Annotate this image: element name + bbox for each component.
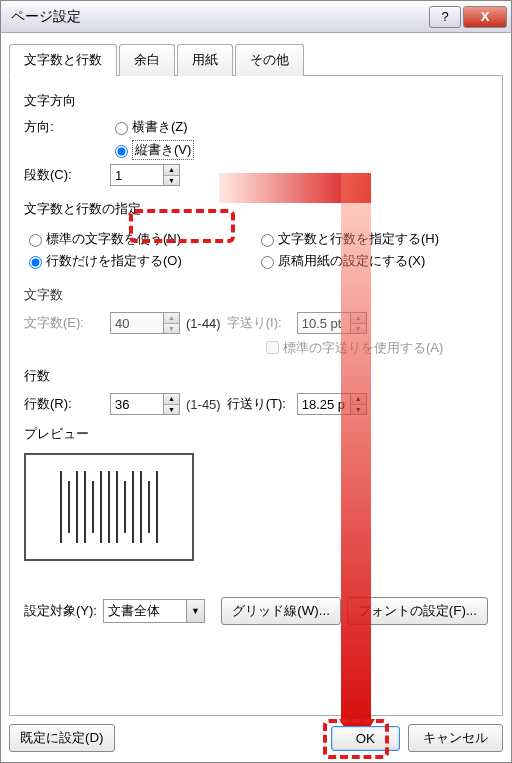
close-button[interactable]: X [463,6,507,28]
input-line-pitch[interactable] [298,394,350,414]
spin-up-icon[interactable]: ▲ [164,165,179,176]
spinner-line-pitch[interactable]: ▲▼ [297,393,367,415]
spinner-line-count[interactable]: ▲▼ [110,393,180,415]
cancel-button[interactable]: キャンセル [408,724,503,752]
radio-horizontal[interactable] [115,122,128,135]
help-button[interactable]: ? [429,6,461,28]
spin-up-icon[interactable]: ▲ [351,394,366,405]
window-title: ページ設定 [11,8,427,26]
spin-down-icon[interactable]: ▼ [164,176,179,186]
tab-paper[interactable]: 用紙 [177,44,233,76]
check-std-pitch-label: 標準の字送りを使用する(A) [283,339,443,357]
spin-down-icon[interactable]: ▼ [351,405,366,415]
label-apply-to: 設定対象(Y): [24,602,97,620]
tab-margins[interactable]: 余白 [119,44,175,76]
radio-genkou-label: 原稿用紙の設定にする(X) [278,252,425,270]
check-std-pitch [266,341,279,354]
section-lines: 行数 [24,367,488,385]
input-char-pitch [298,313,350,333]
spinner-char-pitch: ▲▼ [297,312,367,334]
spinner-columns[interactable]: ▲▼ [110,164,180,186]
section-chars: 文字数 [24,286,488,304]
grid-lines-button[interactable]: グリッド線(W)... [221,597,341,625]
radio-vertical-label: 縦書き(V) [132,140,194,160]
font-settings-button[interactable]: フォントの設定(F)... [347,597,488,625]
set-default-button[interactable]: 既定に設定(D) [9,724,115,752]
radio-std-chars[interactable] [29,234,42,247]
label-line-count: 行数(R): [24,395,110,413]
preview-area [24,453,194,561]
label-columns: 段数(C): [24,166,110,184]
radio-vertical[interactable] [115,145,128,158]
input-line-count[interactable] [111,394,163,414]
section-preview: プレビュー [24,425,488,443]
radio-chars-lines-label: 文字数と行数を指定する(H) [278,230,439,248]
char-range: (1-44) [186,316,221,331]
label-direction: 方向: [24,118,110,136]
tab-chars-lines[interactable]: 文字数と行数 [9,44,117,76]
radio-chars-lines[interactable] [261,234,274,247]
radio-lines-only-label: 行数だけを指定する(O) [46,252,182,270]
spin-down-icon[interactable]: ▼ [164,405,179,415]
radio-horizontal-label: 横書き(Z) [132,118,188,136]
ok-button[interactable]: OK [331,726,400,751]
label-line-pitch: 行送り(T): [227,395,297,413]
input-apply-to[interactable] [104,604,186,619]
radio-std-chars-label: 標準の文字数を使う(N) [46,230,181,248]
section-direction: 文字方向 [24,92,488,110]
select-apply-to[interactable]: ▼ [103,599,205,623]
tab-strip: 文字数と行数 余白 用紙 その他 [9,43,503,76]
radio-genkou[interactable] [261,256,274,269]
input-char-count [111,313,163,333]
section-spec: 文字数と行数の指定 [24,200,488,218]
label-char-count: 文字数(E): [24,314,110,332]
radio-lines-only[interactable] [29,256,42,269]
spin-up-icon[interactable]: ▲ [164,394,179,405]
input-columns[interactable] [111,165,163,185]
tab-other[interactable]: その他 [235,44,304,76]
spinner-char-count: ▲▼ [110,312,180,334]
chevron-down-icon[interactable]: ▼ [186,600,204,622]
label-char-pitch: 字送り(I): [227,314,297,332]
line-range: (1-45) [186,397,221,412]
